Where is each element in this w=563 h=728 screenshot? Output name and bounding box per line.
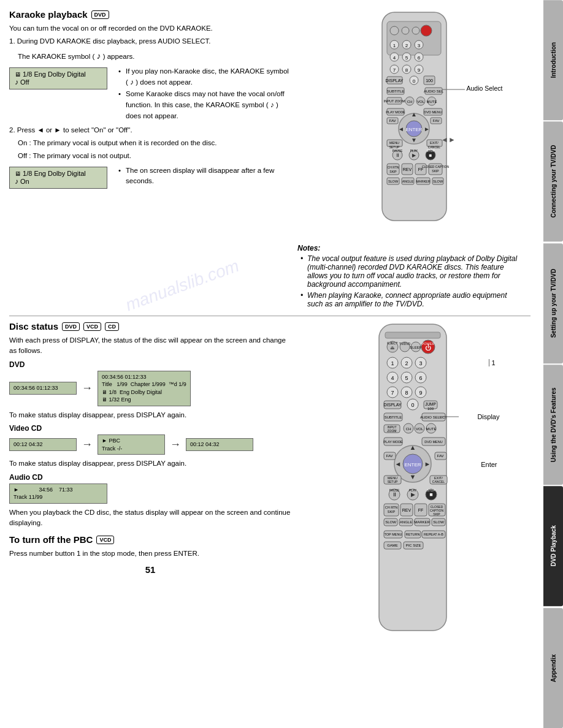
svg-text:REV: REV <box>402 167 412 172</box>
svg-text:▶: ▶ <box>410 491 415 498</box>
svg-text:SLOW: SLOW <box>432 180 443 183</box>
svg-text:DISPLAY: DISPLAY <box>383 403 401 407</box>
notes-left <box>9 244 291 311</box>
vcd-screen2: ► PBC Track -/- <box>98 434 165 455</box>
svg-text:FAV: FAV <box>386 454 393 458</box>
vcd-screen3: 00:12 04:32 <box>186 438 253 451</box>
svg-text:▼: ▼ <box>411 137 417 143</box>
karaoke-bullet2: Some Karaoke discs may not have the voca… <box>113 89 291 121</box>
svg-point-5 <box>421 25 432 36</box>
sidebar-tab-appendix[interactable]: Appendix <box>543 608 563 728</box>
vcd-label: Video CD <box>9 424 291 433</box>
notes-bullet2: When playing Karaoke, connect appropriat… <box>297 291 524 308</box>
pbc-title-text: To turn off the PBC <box>9 534 93 545</box>
divider <box>9 316 530 316</box>
svg-text:▲: ▲ <box>409 444 416 451</box>
page-number: 51 <box>9 564 291 575</box>
acd-display-row: ► 34:56 71:33 Track 11/99 <box>9 483 291 504</box>
svg-text:FAV: FAV <box>432 119 439 123</box>
svg-text:SKIP: SKIP <box>389 170 397 173</box>
svg-text:CANCEL: CANCEL <box>432 480 445 483</box>
disc-status-section: Disc status DVD VCD CD With each press o… <box>9 321 291 648</box>
acd-l2: Track 11/99 <box>13 493 103 501</box>
disc-dvd-badge: DVD <box>62 322 80 331</box>
svg-text:INPUT ZOOM: INPUT ZOOM <box>383 99 405 103</box>
svg-text:■: ■ <box>429 491 432 498</box>
svg-text:5: 5 <box>405 55 408 61</box>
dvd-disappear: To make status display disappear, press … <box>9 410 291 420</box>
svg-text:AUDIO SELECT: AUDIO SELECT <box>419 415 446 419</box>
svg-text:5: 5 <box>405 375 408 381</box>
svg-text:DVD MENU: DVD MENU <box>424 110 442 114</box>
dvd-s2-l1: 00:34:56 01:12:33 <box>102 373 186 381</box>
screen1-line1: 🖥 1/8 Eng Dolby Digital <box>15 70 102 78</box>
sidebar-tab-dvd-playback[interactable]: DVD Playback <box>543 486 563 606</box>
screen2-line2: ♪ On <box>15 177 102 186</box>
remote-top: 1 2 3 4 5 6 7 8 <box>364 9 465 235</box>
karaoke-title: Karaoke playback DVD <box>9 9 291 20</box>
svg-text:1: 1 <box>393 43 396 48</box>
svg-text:⏸: ⏸ <box>395 153 400 158</box>
screen2-line1: 🖥 1/8 Eng Dolby Digital <box>15 170 102 177</box>
svg-text:1: 1 <box>391 360 394 366</box>
callout-enter-label: Enter <box>481 461 497 468</box>
sidebar: Introduction Connecting your TV/DVD Sett… <box>543 0 563 728</box>
svg-text:FF: FF <box>418 508 423 512</box>
svg-text:⏻: ⏻ <box>425 344 431 351</box>
svg-text:⏏: ⏏ <box>390 345 395 351</box>
karaoke-screen1: 🖥 1/8 Eng Dolby Digital ♪ Off <box>9 67 107 89</box>
notes-area: Notes: The vocal output feature is used … <box>9 244 530 311</box>
svg-text:◄: ◄ <box>398 126 404 132</box>
screen1-line2: ♪ Off <box>15 78 102 86</box>
dvd-display-row: 00:34:56 01:12:33 → 00:34:56 01:12:33 Ti… <box>9 371 291 406</box>
svg-text:4: 4 <box>393 55 396 61</box>
sidebar-tab-introduction[interactable]: Introduction <box>543 0 563 120</box>
svg-text:►: ► <box>424 126 430 132</box>
svg-text:PLAY MODE: PLAY MODE <box>386 110 405 114</box>
svg-text:CH: CH <box>405 427 411 431</box>
svg-text:CLOSED CAPTION: CLOSED CAPTION <box>421 165 449 169</box>
dvd-s2-l4: 🖥 1/32 Eng <box>102 396 186 404</box>
svg-text:SKIP: SKIP <box>432 169 439 173</box>
pbc-title: To turn off the PBC VCD <box>9 534 291 545</box>
svg-text:6: 6 <box>419 375 422 381</box>
notes-title: Notes: <box>297 244 524 252</box>
remote-svg-top: 1 2 3 4 5 6 7 8 <box>364 9 465 233</box>
dvd-screen1: 00:34:56 01:12:33 <box>9 382 77 395</box>
svg-text:SUBTITLE: SUBTITLE <box>386 89 404 93</box>
sidebar-tab-setting-up[interactable]: Setting up your TV/DVD <box>543 243 563 363</box>
svg-text:RETURN: RETURN <box>405 533 419 536</box>
svg-text:CH RTN: CH RTN <box>387 165 399 169</box>
dvd-s2-l3: 🖥 1/8 Eng Dolby Digital <box>102 389 186 396</box>
vcd-disappear: To make status display disappear, press … <box>9 458 291 469</box>
callout-display-label: Display <box>477 413 499 420</box>
svg-text:CH: CH <box>407 100 412 104</box>
svg-text:REPEAT A-B: REPEAT A-B <box>424 533 443 536</box>
sidebar-tab-connecting[interactable]: Connecting your TV/DVD <box>543 121 563 241</box>
svg-text:SUBTITLE: SUBTITLE <box>384 415 402 419</box>
svg-text:■: ■ <box>429 153 432 158</box>
svg-text:⏸: ⏸ <box>391 491 397 498</box>
svg-text:ZOOM: ZOOM <box>387 429 396 433</box>
karaoke-title-text: Karaoke playback <box>9 9 88 20</box>
karaoke-screen-note: The on screen display will disappear aft… <box>113 165 291 187</box>
svg-text:VOL: VOL <box>415 427 423 431</box>
sidebar-tab-using[interactable]: Using the DVD's Features <box>543 365 563 485</box>
karaoke-step1b: The KARAOKE symbol ( ♪ ) appears. <box>9 50 291 63</box>
svg-text:9: 9 <box>419 390 422 396</box>
svg-text:SLEEP: SLEEP <box>410 346 421 349</box>
karaoke-screen2: 🖥 1/8 Eng Dolby Digital ♪ On <box>9 167 107 189</box>
vcd-display-row: 00:12 04:32 → ► PBC Track -/- → 00:12 04… <box>9 434 291 455</box>
svg-text:GAME: GAME <box>387 544 398 547</box>
svg-text:SLOW: SLOW <box>385 520 396 524</box>
svg-text:EXIT/: EXIT/ <box>430 141 439 145</box>
svg-text:MUTE: MUTE <box>426 427 436 431</box>
svg-text:JUMP: JUMP <box>425 402 436 406</box>
svg-text:4: 4 <box>391 375 394 381</box>
disc-status-title: Disc status DVD VCD CD <box>9 321 291 332</box>
dvd-arrow: → <box>82 382 93 395</box>
karaoke-step2-on: On : The primary vocal is output when it… <box>9 138 291 148</box>
svg-text:VOL: VOL <box>416 100 424 104</box>
svg-text:3: 3 <box>419 360 422 366</box>
disc-cd-badge: CD <box>105 322 119 331</box>
